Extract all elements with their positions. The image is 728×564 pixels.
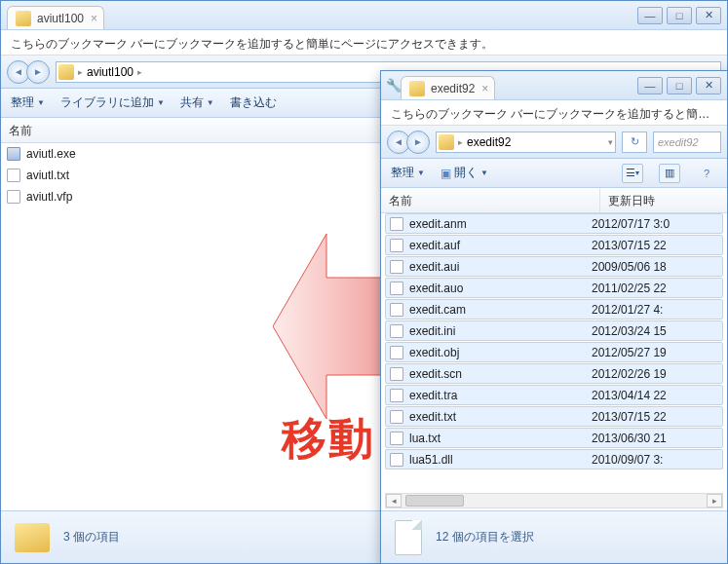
file-item[interactable]: exedit.cam2012/01/27 4: bbox=[385, 299, 723, 320]
refresh-button[interactable]: ↻ bbox=[622, 132, 647, 153]
file-item[interactable]: exedit.txt2013/07/15 22 bbox=[385, 406, 723, 427]
folder-icon bbox=[15, 523, 50, 552]
address-bar: ◄ ► ▸ exedit92 ▾ ↻ exedit92 bbox=[381, 126, 727, 159]
breadcrumb-label[interactable]: exedit92 bbox=[467, 135, 511, 149]
file-item[interactable]: exedit.scn2012/02/26 19 bbox=[385, 363, 723, 384]
share-menu[interactable]: 共有▼ bbox=[180, 94, 214, 111]
chevron-down-icon: ▼ bbox=[417, 169, 425, 177]
chevron-down-icon: ▼ bbox=[37, 98, 45, 107]
column-headers: 名前 更新日時 bbox=[381, 188, 727, 213]
chevron-down-icon: ▼ bbox=[157, 98, 165, 107]
page-icon bbox=[395, 520, 422, 555]
folder-icon bbox=[409, 81, 425, 96]
search-input[interactable]: exedit92 bbox=[653, 132, 721, 153]
burn-button[interactable]: 書き込む bbox=[230, 94, 277, 111]
col-date[interactable]: 更新日時 bbox=[600, 188, 727, 212]
file-item[interactable]: lua51.dll2010/09/07 3: bbox=[385, 449, 723, 470]
file-icon bbox=[7, 147, 20, 161]
breadcrumb-label[interactable]: aviutl100 bbox=[87, 65, 134, 79]
tab-label: aviutl100 bbox=[37, 12, 84, 25]
chevron-down-icon[interactable]: ▾ bbox=[608, 137, 613, 147]
chevron-right-icon: ▸ bbox=[458, 137, 463, 147]
toolbar: 整理▼ ▣ 開く▼ ☰▾ ▥ ? bbox=[381, 159, 727, 188]
add-to-library-menu[interactable]: ライブラリに追加▼ bbox=[60, 94, 165, 111]
file-item[interactable]: exedit.auo2011/02/25 22 bbox=[385, 278, 723, 298]
maximize-button[interactable]: □ bbox=[667, 7, 692, 24]
organize-menu[interactable]: 整理▼ bbox=[391, 165, 425, 181]
minimize-button[interactable]: — bbox=[637, 77, 663, 94]
file-name: exedit.ini bbox=[409, 324, 455, 338]
file-date: 2012/03/24 15 bbox=[592, 324, 718, 338]
file-date: 2012/02/26 19 bbox=[592, 367, 718, 381]
tab-exedit92[interactable]: exedit92 × bbox=[401, 76, 495, 99]
file-date: 2010/09/07 3: bbox=[592, 453, 718, 467]
file-item[interactable]: exedit.aui2009/05/06 18 bbox=[385, 256, 723, 277]
file-icon bbox=[390, 389, 403, 402]
file-item[interactable]: exedit.obj2012/05/27 19 bbox=[385, 342, 723, 362]
file-date: 2012/01/27 4: bbox=[592, 303, 718, 317]
file-name: lua.txt bbox=[409, 432, 441, 445]
window-exedit92: 🔧 exedit92 × — □ ✕ こちらのブックマーク バーにブックマークを… bbox=[380, 70, 728, 564]
close-tab-icon[interactable]: × bbox=[481, 82, 488, 95]
window-controls: — □ ✕ bbox=[637, 77, 721, 94]
forward-button[interactable]: ► bbox=[406, 131, 430, 154]
chevron-down-icon: ▼ bbox=[480, 169, 488, 177]
status-text: 3 個の項目 bbox=[63, 529, 120, 545]
preview-pane-button[interactable]: ▥ bbox=[659, 164, 680, 183]
file-icon bbox=[390, 367, 403, 381]
titlebar[interactable]: aviutl100 × — □ ✕ bbox=[1, 1, 727, 30]
tab-label: exedit92 bbox=[431, 82, 475, 95]
close-button[interactable]: ✕ bbox=[696, 7, 721, 24]
tab-strip: aviutl100 × bbox=[7, 1, 637, 29]
file-icon bbox=[390, 346, 403, 359]
forward-button[interactable]: ► bbox=[26, 60, 50, 84]
tab-strip: exedit92 × bbox=[401, 71, 637, 99]
file-date: 2012/07/17 3:0 bbox=[592, 217, 718, 231]
file-date: 2013/07/15 22 bbox=[592, 239, 718, 252]
status-bar: 12 個の項目を選択 bbox=[381, 510, 727, 563]
file-date: 2013/07/15 22 bbox=[592, 410, 718, 424]
minimize-button[interactable]: — bbox=[637, 7, 663, 24]
close-button[interactable]: ✕ bbox=[696, 77, 721, 94]
titlebar[interactable]: 🔧 exedit92 × — □ ✕ bbox=[381, 71, 727, 100]
file-name: exedit.cam bbox=[409, 303, 466, 317]
file-name: aviutl.exe bbox=[26, 147, 76, 161]
organize-menu[interactable]: 整理▼ bbox=[11, 94, 45, 111]
close-tab-icon[interactable]: × bbox=[91, 12, 97, 25]
open-menu[interactable]: ▣ 開く▼ bbox=[441, 165, 488, 181]
bookmark-hint: こちらのブックマーク バーにブックマークを追加すると簡単にページにアクセスできま… bbox=[1, 30, 727, 56]
file-name: exedit.auo bbox=[409, 282, 463, 295]
file-icon bbox=[390, 282, 403, 295]
scroll-right-button[interactable]: ▸ bbox=[707, 494, 722, 508]
folder-icon bbox=[439, 134, 454, 150]
status-text: 12 個の項目を選択 bbox=[436, 529, 534, 545]
file-icon bbox=[390, 217, 403, 231]
tab-aviutl100[interactable]: aviutl100 × bbox=[7, 6, 104, 29]
file-name: aviutl.txt bbox=[26, 169, 69, 182]
file-item[interactable]: exedit.anm2012/07/17 3:0 bbox=[385, 213, 723, 234]
scroll-left-button[interactable]: ◂ bbox=[386, 494, 402, 508]
file-item[interactable]: exedit.tra2013/04/14 22 bbox=[385, 385, 723, 405]
help-button[interactable]: ? bbox=[696, 164, 717, 183]
breadcrumb[interactable]: ▸ exedit92 ▾ bbox=[436, 132, 616, 153]
nav-buttons: ◄ ► bbox=[7, 60, 50, 84]
folder-icon bbox=[58, 64, 74, 80]
file-item[interactable]: lua.txt2013/06/30 21 bbox=[385, 428, 723, 448]
view-menu[interactable]: ☰▾ bbox=[622, 164, 643, 183]
file-icon bbox=[390, 432, 403, 445]
file-name: exedit.obj bbox=[409, 346, 459, 359]
file-date: 2013/04/14 22 bbox=[592, 389, 718, 402]
file-item[interactable]: exedit.ini2012/03/24 15 bbox=[385, 320, 723, 341]
move-label: 移動 bbox=[282, 409, 375, 470]
maximize-button[interactable]: □ bbox=[667, 77, 692, 94]
file-icon bbox=[390, 239, 403, 252]
file-item[interactable]: exedit.auf2013/07/15 22 bbox=[385, 235, 723, 255]
col-name[interactable]: 名前 bbox=[381, 188, 600, 212]
bookmark-hint: こちらのブックマーク バーにブックマークを追加すると簡… bbox=[381, 100, 727, 126]
scroll-thumb[interactable] bbox=[405, 495, 464, 507]
file-icon bbox=[390, 260, 403, 274]
file-icon bbox=[7, 190, 20, 204]
horizontal-scrollbar[interactable]: ◂ ▸ bbox=[385, 493, 723, 508]
nav-buttons: ◄ ► bbox=[387, 131, 430, 154]
folder-icon bbox=[16, 11, 31, 26]
